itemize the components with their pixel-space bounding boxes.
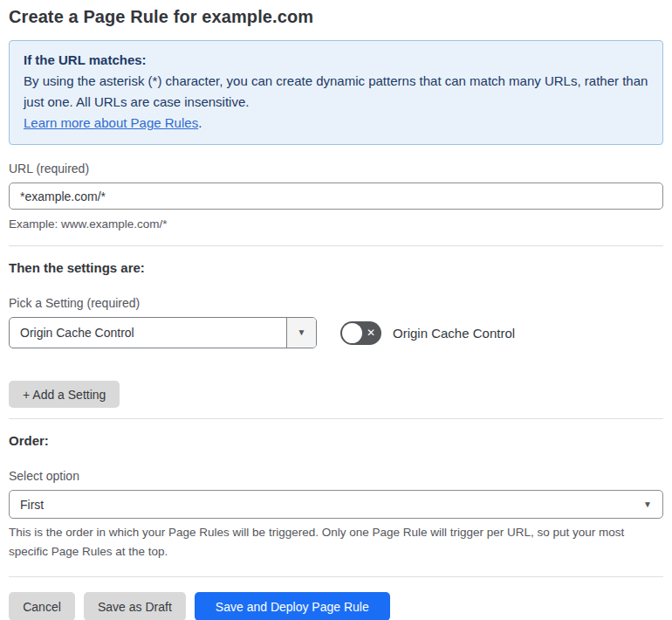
url-field-label: URL (required) — [9, 162, 663, 176]
info-box-body-text: By using the asterisk (*) character, you… — [24, 73, 648, 109]
divider — [9, 245, 663, 246]
url-input[interactable] — [9, 183, 663, 210]
url-example-helper: Example: www.example.com/* — [9, 215, 663, 234]
info-box-link-line: Learn more about Page Rules. — [24, 113, 648, 134]
pick-setting-label: Pick a Setting (required) — [9, 296, 663, 310]
toggle-knob — [342, 323, 362, 343]
page-title: Create a Page Rule for example.com — [9, 7, 663, 27]
divider — [9, 418, 663, 419]
footer-actions: Cancel Save as Draft Save and Deploy Pag… — [9, 592, 663, 620]
x-icon: ✕ — [367, 327, 375, 338]
info-box-body: By using the asterisk (*) character, you… — [24, 71, 648, 113]
setting-select[interactable]: Origin Cache Control ▼ — [9, 317, 317, 348]
order-select-label: Select option — [9, 469, 663, 483]
learn-more-link[interactable]: Learn more about Page Rules — [24, 115, 198, 130]
setting-select-value: Origin Cache Control — [10, 318, 286, 348]
chevron-down-icon: ▼ — [643, 500, 652, 509]
divider — [9, 576, 663, 577]
order-section-heading: Order: — [9, 433, 663, 448]
cancel-button[interactable]: Cancel — [9, 592, 75, 620]
chevron-down-icon: ▼ — [298, 328, 306, 337]
toggle-setting-label: Origin Cache Control — [393, 326, 515, 341]
order-select[interactable]: First ▼ — [9, 490, 663, 519]
create-page-rule-form: Create a Page Rule for example.com If th… — [0, 0, 672, 620]
setting-select-arrow-button[interactable]: ▼ — [286, 318, 316, 348]
info-box-heading: If the URL matches: — [24, 50, 648, 71]
save-as-draft-button[interactable]: Save as Draft — [84, 592, 186, 620]
link-suffix: . — [198, 115, 202, 130]
order-helper-text: This is the order in which your Page Rul… — [9, 523, 658, 561]
origin-cache-control-toggle[interactable]: ✕ — [340, 321, 381, 345]
add-setting-button[interactable]: + Add a Setting — [9, 381, 120, 408]
url-match-info-box: If the URL matches: By using the asteris… — [9, 40, 663, 145]
order-select-value: First — [20, 498, 643, 512]
setting-row: Origin Cache Control ▼ ✕ Origin Cache Co… — [9, 317, 663, 348]
save-and-deploy-button[interactable]: Save and Deploy Page Rule — [195, 592, 390, 620]
settings-section-heading: Then the settings are: — [9, 260, 663, 275]
